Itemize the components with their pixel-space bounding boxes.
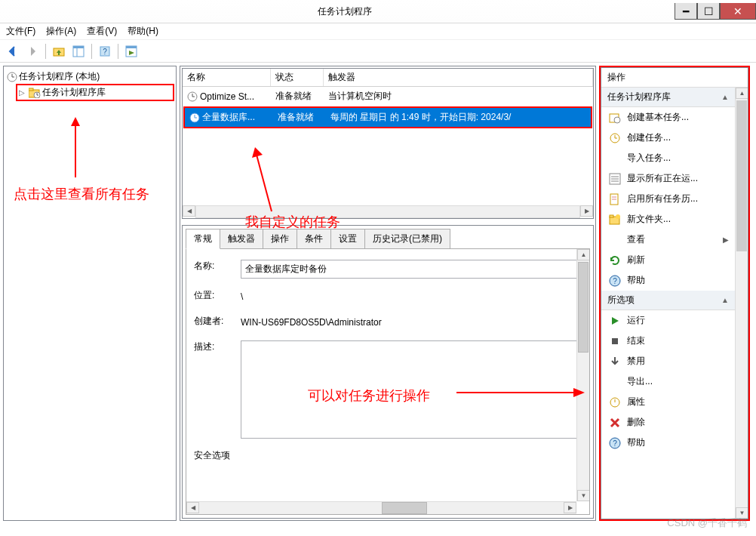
help-icon: ? [609, 275, 621, 287]
name-label: 名称: [194, 260, 233, 273]
close-button[interactable]: ✕ [720, 3, 756, 20]
scroll-left-button[interactable]: ◀ [183, 205, 195, 217]
panel-view-icon[interactable] [70, 43, 87, 60]
expand-icon[interactable]: ▷ [19, 88, 27, 97]
action-properties[interactable]: 属性 [601, 392, 735, 412]
refresh-icon [609, 254, 621, 266]
action-create-task[interactable]: 创建任务... [601, 128, 735, 148]
task-row-selected[interactable]: 全量数据库... 准备就绪 每周的 星期日 的 1:49 时，开始日期: 202… [183, 106, 592, 128]
action-end[interactable]: 结束 [601, 331, 735, 351]
list-icon [609, 173, 621, 185]
name-field[interactable]: 全量数据库定时备份 [241, 260, 582, 279]
scroll-right-button[interactable]: ▶ [580, 205, 593, 217]
menu-action[interactable]: 操作(A) [46, 25, 76, 38]
run-panel-icon[interactable] [123, 43, 140, 60]
minimize-button[interactable]: ━ [675, 3, 697, 20]
action-group-selected[interactable]: 所选项 ▲ [601, 291, 735, 310]
action-group-label: 所选项 [607, 294, 635, 307]
forward-button[interactable] [24, 43, 41, 60]
blank-icon [609, 152, 621, 165]
action-delete[interactable]: 删除 [601, 412, 735, 433]
menu-file[interactable]: 文件(F) [6, 25, 35, 38]
scroll-thumb[interactable] [578, 262, 589, 353]
back-button[interactable] [5, 43, 21, 60]
actions-panel: 操作 任务计划程序库 ▲ 创建基本任务... 创建任务... 导入任务... 显… [599, 66, 750, 521]
task-row[interactable]: Optimize St... 准备就绪 当计算机空闲时 [183, 87, 593, 106]
task-icon [609, 132, 621, 144]
blank-icon [609, 234, 621, 246]
action-help-2[interactable]: ?帮助 [601, 433, 735, 453]
action-help[interactable]: ?帮助 [601, 270, 735, 291]
action-import-task[interactable]: 导入任务... [601, 148, 735, 168]
action-new-folder[interactable]: 新文件夹... [601, 209, 735, 229]
clock-icon [189, 112, 200, 123]
action-refresh[interactable]: 刷新 [601, 250, 735, 270]
menu-view[interactable]: 查看(V) [87, 25, 117, 38]
actions-header: 操作 [601, 68, 748, 88]
menu-help[interactable]: 帮助(H) [128, 25, 158, 38]
action-create-basic-task[interactable]: 创建基本任务... [601, 107, 735, 128]
folder-clock-icon [29, 88, 41, 98]
folder-up-icon[interactable] [51, 43, 67, 60]
task-basic-icon [609, 112, 621, 124]
row-trigger: 当计算机空闲时 [324, 88, 593, 104]
stop-icon [609, 335, 621, 347]
action-export[interactable]: 导出... [601, 371, 735, 392]
clock-icon [187, 91, 198, 102]
tree-library-node[interactable]: ▷ 任务计划程序库 [16, 84, 174, 101]
help-icon[interactable]: ? [97, 43, 113, 60]
tab-actions[interactable]: 操作 [263, 229, 297, 249]
col-status-header[interactable]: 状态 [271, 69, 324, 86]
creator-value: WIN-US69FD8OS5D\Administrator [241, 315, 582, 330]
tab-settings[interactable]: 设置 [330, 229, 365, 249]
collapse-icon[interactable]: ▲ [721, 93, 729, 101]
menu-bar: 文件(F) 操作(A) 查看(V) 帮助(H) [0, 23, 756, 40]
scroll-down-button[interactable]: ▼ [577, 490, 590, 501]
tab-conditions[interactable]: 条件 [297, 229, 331, 249]
col-trigger-header[interactable]: 触发器 [324, 69, 593, 86]
tab-general[interactable]: 常规 [186, 229, 220, 249]
grid-hscroll[interactable]: ◀ ▶ [183, 205, 593, 218]
row-status: 准备就绪 [273, 109, 326, 125]
location-label: 位置: [194, 289, 233, 302]
scroll-up-button[interactable]: ▲ [577, 249, 590, 260]
svg-text:?: ? [613, 439, 617, 448]
scroll-up-button[interactable]: ▲ [736, 88, 748, 99]
detail-hscroll[interactable]: ◀ ▶ [186, 501, 576, 514]
action-enable-history[interactable]: 启用所有任务历... [601, 189, 735, 209]
detail-vscroll[interactable]: ▲ ▼ [576, 249, 589, 501]
col-name-header[interactable]: 名称 [183, 69, 271, 86]
play-icon [609, 315, 621, 327]
action-show-running[interactable]: 显示所有正在运... [601, 168, 735, 189]
new-folder-icon [609, 214, 621, 226]
action-run[interactable]: 运行 [601, 310, 735, 331]
submenu-arrow-icon: ▶ [723, 236, 729, 244]
svg-rect-2 [73, 46, 84, 48]
scroll-thumb[interactable] [736, 100, 747, 251]
grid-header: 名称 状态 触发器 [183, 69, 593, 87]
tree-root-node[interactable]: 任务计划程序 (本地) [5, 69, 174, 84]
doc-icon [609, 193, 621, 205]
svg-text:?: ? [103, 48, 107, 56]
security-label: 安全选项 [194, 449, 230, 462]
title-bar: 任务计划程序 ━ ☐ ✕ [0, 0, 756, 23]
actions-vscroll[interactable]: ▲ ▼ [735, 88, 748, 519]
location-value: \ [241, 289, 582, 304]
maximize-button[interactable]: ☐ [697, 3, 720, 20]
hscroll-thumb[interactable] [382, 502, 427, 514]
grid-body: Optimize St... 准备就绪 当计算机空闲时 全量数据库... 准备就… [183, 87, 593, 205]
action-view[interactable]: 查看▶ [601, 229, 735, 250]
collapse-icon[interactable]: ▲ [721, 296, 729, 304]
description-field[interactable] [241, 340, 582, 439]
tab-content-general: 名称: 全量数据库定时备份 位置: \ 创建者: WIN-US69FD8OS5D… [186, 248, 590, 515]
tab-triggers[interactable]: 触发器 [220, 229, 263, 249]
scroll-left-button[interactable]: ◀ [186, 502, 199, 513]
scroll-right-button[interactable]: ▶ [564, 502, 576, 513]
row-status: 准备就绪 [271, 88, 324, 104]
svg-point-23 [614, 117, 620, 123]
action-disable[interactable]: 禁用 [601, 351, 735, 371]
tab-history[interactable]: 历史记录(已禁用) [364, 229, 450, 249]
action-group-library[interactable]: 任务计划程序库 ▲ [601, 88, 735, 107]
svg-text:?: ? [613, 277, 617, 285]
toolbar: ? [0, 40, 756, 63]
